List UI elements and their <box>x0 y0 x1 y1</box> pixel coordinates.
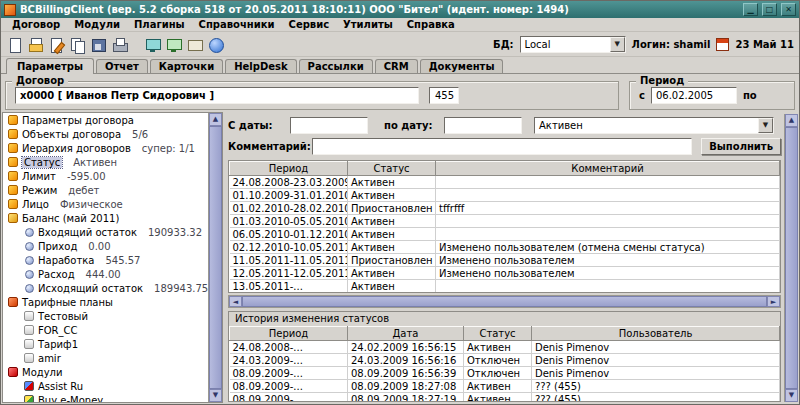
tab-Отчет[interactable]: Отчет <box>96 59 148 73</box>
chevron-down-icon[interactable]: ▼ <box>610 37 625 52</box>
tree-item[interactable]: Приход0.00 <box>3 239 208 253</box>
tree-item-value: супер: 1/1 <box>142 143 195 154</box>
tree-item[interactable]: Тестовый <box>3 309 208 323</box>
tree-item[interactable]: Режимдебет <box>3 183 208 197</box>
column-header[interactable]: Дата <box>348 327 464 341</box>
close-button[interactable]: ✕ <box>781 3 796 16</box>
column-header[interactable]: Статус <box>348 162 436 176</box>
column-header[interactable]: Комментарий <box>436 162 780 176</box>
table-row[interactable]: 08.09.2009-...08.09.2009 16:56:39Отключе… <box>230 367 780 380</box>
column-header[interactable]: Период <box>230 162 348 176</box>
table-row[interactable]: 01.10.2009-31.01.2010Активен <box>230 189 780 202</box>
chevron-down-icon[interactable]: ▼ <box>758 118 773 133</box>
column-header[interactable]: Статус <box>464 327 532 341</box>
panel-vertical-scrollbar[interactable]: ▲ ▼ <box>784 114 798 402</box>
table-row[interactable]: 12.05.2011-12.05.2011АктивенИзменено пол… <box>230 267 780 280</box>
scrollbar-thumb[interactable] <box>242 296 767 307</box>
table-row[interactable]: 02.12.2010-10.05.2011АктивенИзменено пол… <box>230 241 780 254</box>
contract-field[interactable]: x0000 [ Иванов Петр Сидорович ] <box>15 87 419 104</box>
contract-group-title: Договор <box>12 75 68 86</box>
scroll-up-icon[interactable]: ▲ <box>785 114 798 127</box>
table-cell: 08.09.2009 16:56:39 <box>348 367 464 380</box>
calendar-icon[interactable] <box>716 38 729 51</box>
table-row[interactable]: 24.03.2009-...24.03.2009 16:56:16Отключе… <box>230 354 780 367</box>
scroll-down-icon[interactable]: ▼ <box>209 389 222 402</box>
tab-Параметры[interactable]: Параметры <box>6 58 94 74</box>
status-table-horizontal-scrollbar[interactable]: ◄ ► <box>228 295 781 308</box>
scrollbar-thumb[interactable] <box>785 127 798 389</box>
menu-item-Утилиты[interactable]: Утилиты <box>336 18 400 31</box>
mail-icon[interactable] <box>186 36 204 54</box>
table-row[interactable]: 08.09.2009-...08.09.2009 18:27:08Активен… <box>230 380 780 393</box>
monitor-refresh-icon[interactable] <box>165 36 183 54</box>
tree-item[interactable]: Buy e-Money <box>3 393 208 402</box>
from-date-input[interactable] <box>290 117 368 134</box>
tree-item[interactable]: Иерархия договоровсупер: 1/1 <box>3 141 208 155</box>
tab-Документы[interactable]: Документы <box>420 59 504 73</box>
tree-vertical-scrollbar[interactable]: ▲ ▼ <box>208 113 222 402</box>
print-icon[interactable] <box>111 36 129 54</box>
db-select[interactable]: Local ▼ <box>520 36 626 53</box>
table-row[interactable]: 24.08.2008-...24.02.2009 16:56:15Активен… <box>230 341 780 354</box>
tree-item[interactable]: ЛицоФизическое <box>3 197 208 211</box>
table-row[interactable]: 01.02.2010-28.02.2010Приостановленtffrff… <box>230 202 780 215</box>
scroll-down-icon[interactable]: ▼ <box>785 389 798 402</box>
edit-document-icon[interactable] <box>48 36 66 54</box>
tree-item[interactable]: Параметры договора <box>3 113 208 127</box>
execute-button[interactable]: Выполнить <box>701 138 781 155</box>
scroll-right-icon[interactable]: ► <box>767 296 780 307</box>
tariff-icon <box>24 353 34 363</box>
table-row[interactable]: 11.05.2011-11.05.2011ПриостановленИзмене… <box>230 254 780 267</box>
monitor-icon[interactable] <box>144 36 162 54</box>
tree-item[interactable]: Баланс (май 2011) <box>3 211 208 225</box>
tree-item[interactable]: Модули <box>3 365 208 379</box>
tree-item[interactable]: Лимит-595.00 <box>3 169 208 183</box>
table-row[interactable]: 06.05.2010-01.12.2010Активен <box>230 228 780 241</box>
tree-item[interactable]: FOR_CC <box>3 323 208 337</box>
table-row[interactable]: 13.05.2011-...Активен <box>230 280 780 293</box>
status-select[interactable]: Активен ▼ <box>534 117 774 134</box>
menu-item-Справка[interactable]: Справка <box>400 18 462 31</box>
globe-icon[interactable] <box>207 36 225 54</box>
period-from-field[interactable]: 06.02.2005 <box>651 87 737 104</box>
menu-item-Договор[interactable]: Договор <box>5 18 67 31</box>
tree-item[interactable]: Исходящий остаток189943.75 <box>3 281 208 295</box>
tree-item[interactable]: Расход444.00 <box>3 267 208 281</box>
menu-item-Справочники[interactable]: Справочники <box>192 18 282 31</box>
period-group: Период с 06.02.2005 по <box>629 81 795 110</box>
table-row[interactable]: 01.03.2010-05.05.2010Активен <box>230 215 780 228</box>
column-header[interactable]: Пользователь <box>532 327 780 341</box>
maximize-button[interactable]: □ <box>762 3 777 16</box>
menu-item-Плагины[interactable]: Плагины <box>127 18 192 31</box>
scroll-left-icon[interactable]: ◄ <box>229 296 242 307</box>
modules-icon <box>8 367 18 377</box>
tab-HelpDesk[interactable]: HelpDesk <box>225 59 296 73</box>
save-icon[interactable] <box>90 36 108 54</box>
contract-number-field[interactable]: 455 <box>429 87 459 104</box>
tree-item[interactable]: Тарифные планы <box>3 295 208 309</box>
to-date-input[interactable] <box>444 117 522 134</box>
tree-item[interactable]: Входящий остаток190933.32 <box>3 225 208 239</box>
tree-item[interactable]: Тариф1 <box>3 337 208 351</box>
menu-item-Модули[interactable]: Модули <box>67 18 127 31</box>
tree-item[interactable]: Объекты договора5/6 <box>3 127 208 141</box>
new-document-icon[interactable] <box>6 36 24 54</box>
scrollbar-thumb[interactable] <box>209 126 222 389</box>
tab-Рассылки[interactable]: Рассылки <box>299 59 373 73</box>
copy-document-icon[interactable] <box>69 36 87 54</box>
scroll-up-icon[interactable]: ▲ <box>209 113 222 126</box>
open-document-icon[interactable] <box>27 36 45 54</box>
table-row[interactable]: 24.08.2008-23.03.2009Активен <box>230 176 780 189</box>
minimize-button[interactable]: ▁ <box>743 3 758 16</box>
tree-item[interactable]: amir <box>3 351 208 365</box>
comment-input[interactable] <box>312 138 692 155</box>
table-row[interactable]: 08.09.2009-...08.09.2009 18:27:19Активен… <box>230 393 780 403</box>
tree-item[interactable]: Наработка545.57 <box>3 253 208 267</box>
tab-Карточки[interactable]: Карточки <box>150 59 223 73</box>
menu-item-Сервис[interactable]: Сервис <box>282 18 337 31</box>
tree-item[interactable]: СтатусАктивен <box>3 155 208 169</box>
tree-item[interactable]: Assist Ru <box>3 379 208 393</box>
column-header[interactable]: Период <box>230 327 348 341</box>
table-cell: Активен <box>348 280 436 293</box>
tab-CRM[interactable]: CRM <box>375 59 418 73</box>
